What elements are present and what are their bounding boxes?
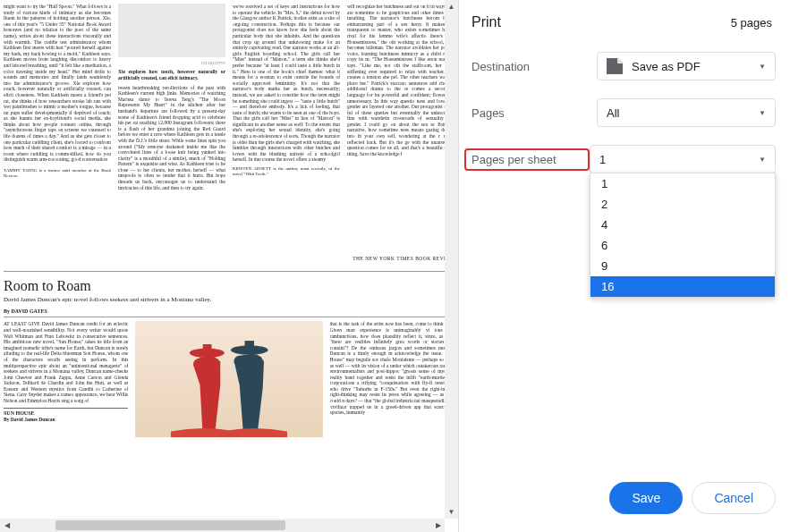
article-title: Room to Roam <box>4 277 454 294</box>
article-column: AT LEAST GIVE David James Duncan credit … <box>4 321 128 500</box>
pages-value: All <box>607 106 619 120</box>
image-credit: CHARLOTTE <box>118 61 225 65</box>
chevron-down-icon: ▼ <box>759 63 766 71</box>
dropdown-option-16[interactable]: 16 <box>590 276 775 297</box>
svg-rect-3 <box>245 341 254 351</box>
pages-per-sheet-label: Pages per sheet <box>464 148 590 171</box>
book-title: SUN HOUSE <box>4 410 128 417</box>
article-subtitle: David James Duncan's epic novel follows … <box>4 296 454 303</box>
body-text: we've received a set of keys and instruc… <box>233 4 340 163</box>
cowboy-illustration <box>164 333 294 437</box>
body-text: that is the task of the artist now has b… <box>330 321 454 416</box>
pages-per-sheet-select[interactable]: 1 ▼ 1 2 4 6 9 16 <box>590 145 776 173</box>
dropdown-option-1[interactable]: 1 <box>590 173 775 194</box>
pdf-icon <box>607 58 623 74</box>
chevron-down-icon: ▼ <box>759 109 766 117</box>
scroll-up-arrow[interactable]: ▲ <box>445 0 458 13</box>
newspaper-column: CHARLOTTE Xie explores how touch, howeve… <box>118 4 225 254</box>
dropdown-option-2[interactable]: 2 <box>590 194 775 215</box>
body-text: tween heartbreaking recollections of the… <box>118 85 225 191</box>
pages-per-sheet-value: 1 <box>599 153 606 166</box>
document-preview: might want to try the "Half Spoon." What… <box>0 0 458 532</box>
dropdown-option-4[interactable]: 4 <box>590 215 775 235</box>
pages-per-sheet-dropdown: 1 2 4 6 9 16 <box>590 173 776 298</box>
newspaper-column: might want to try the "Half Spoon." What… <box>4 4 111 254</box>
body-text: will recognize her butchness and out on … <box>347 4 454 156</box>
article-illustration <box>135 321 322 437</box>
save-button[interactable]: Save <box>609 482 683 514</box>
scroll-down-arrow[interactable]: ▼ <box>445 505 458 519</box>
pages-select[interactable]: All ▼ <box>597 98 776 127</box>
article-column <box>135 321 322 500</box>
author-note: TAMMY TARNG is a former staff member at … <box>4 168 111 179</box>
publication-name: THE NEW YORK TIMES BOOK REVIEW <box>4 256 454 262</box>
article-column: that is the task of the artist now has b… <box>330 321 454 500</box>
scroll-thumb[interactable] <box>55 520 285 530</box>
newspaper-column: we've received a set of keys and instruc… <box>233 4 340 254</box>
newspaper-column: will recognize her butchness and out on … <box>347 4 454 254</box>
horizontal-scrollbar[interactable]: ◀ ▶ <box>0 519 445 532</box>
scroll-track[interactable] <box>13 519 431 532</box>
author-note: KRISTEN ARNETT is the author, most recen… <box>233 166 340 177</box>
print-preview-pane: might want to try the "Half Spoon." What… <box>0 0 459 532</box>
dropdown-option-9[interactable]: 9 <box>590 256 775 276</box>
vertical-scrollbar[interactable]: ▲ ▼ <box>445 0 458 519</box>
page-count-label: 5 pages <box>731 16 772 30</box>
cancel-button[interactable]: Cancel <box>692 482 776 514</box>
destination-value: Save as PDF <box>632 60 701 73</box>
dropdown-option-6[interactable]: 6 <box>590 235 775 256</box>
pull-quote: Xie explores how touch, however naturall… <box>118 69 225 80</box>
destination-label: Destination <box>471 60 597 73</box>
body-text: might want to try the "Half Spoon." What… <box>4 4 111 163</box>
article-image-placeholder <box>118 4 225 57</box>
print-dialog-title: Print <box>471 14 501 30</box>
pages-label: Pages <box>471 106 597 120</box>
book-author: By David James Duncan <box>4 417 128 423</box>
print-dialog-panel: Print 5 pages Destination Save as PDF ▼ … <box>459 0 790 532</box>
scroll-right-arrow[interactable]: ▶ <box>431 519 445 532</box>
scroll-left-arrow[interactable]: ◀ <box>0 519 13 532</box>
destination-select[interactable]: Save as PDF ▼ <box>597 52 776 80</box>
chevron-down-icon: ▼ <box>759 156 766 164</box>
svg-rect-1 <box>203 344 212 355</box>
body-text: AT LEAST GIVE David James Duncan credit … <box>4 321 128 403</box>
article-byline: By DAVID GATES <box>4 308 454 317</box>
